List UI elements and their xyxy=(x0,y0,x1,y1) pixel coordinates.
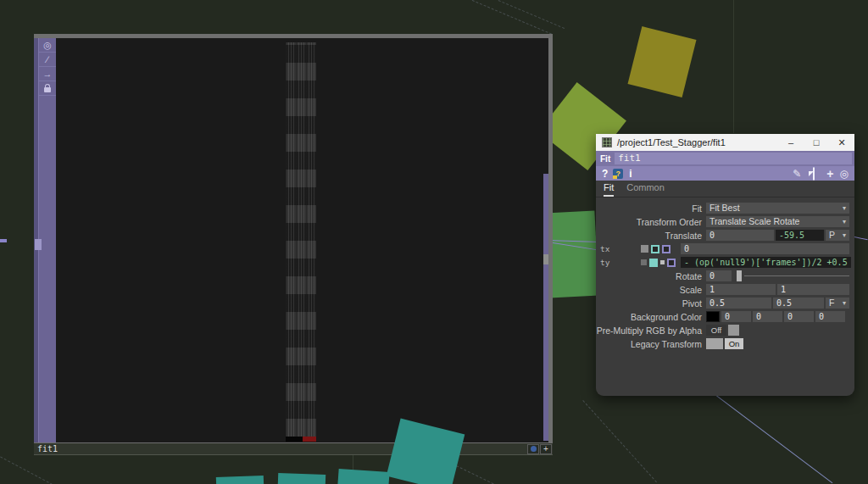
param-row-transform-order: Transform Order Translate Scale Rotate ▾ xyxy=(596,215,852,228)
dialog-title-bar[interactable]: /project1/Test_Stagger/fit1 – □ ✕ xyxy=(596,134,854,151)
chevron-down-icon: ▾ xyxy=(843,216,846,227)
rendered-stagger-texture xyxy=(286,42,316,437)
minimize-button[interactable]: – xyxy=(778,134,804,151)
operator-name-row: Fit fit1 xyxy=(596,151,854,166)
help-icon[interactable]: ? xyxy=(602,169,608,179)
node-green-square[interactable] xyxy=(545,211,598,298)
rotate-value-field[interactable]: 0 xyxy=(706,270,732,281)
node-teal-partial-2[interactable] xyxy=(278,473,326,484)
param-label[interactable]: Fit xyxy=(596,203,706,214)
operator-name-field[interactable]: fit1 xyxy=(615,153,852,164)
ty-expression-mode-icon[interactable] xyxy=(667,259,676,267)
param-row-background-color: Background Color 0 0 0 0 xyxy=(596,310,852,323)
ty-constant-mode-icon[interactable] xyxy=(641,259,647,265)
tx-mode-selector xyxy=(641,245,681,253)
info-icon[interactable]: i xyxy=(629,169,632,179)
wire-dotted-bottom-left xyxy=(0,454,53,484)
tab-common[interactable]: Common xyxy=(626,182,665,197)
bgcolor-g-field[interactable]: 0 xyxy=(753,311,782,322)
legacy-toggle-knob[interactable] xyxy=(706,338,723,349)
param-row-pivot: Pivot 0.5 0.5 F ▾ xyxy=(596,297,852,309)
tx-constant-mode-icon[interactable] xyxy=(641,245,648,253)
param-row-rotate: Rotate 0 xyxy=(596,270,852,282)
tx-export-mode-icon[interactable] xyxy=(651,245,659,253)
parameter-dialog: /project1/Test_Stagger/fit1 – □ ✕ Fit fi… xyxy=(596,134,854,396)
fit-menu-value: Fit Best xyxy=(709,203,740,214)
param-label[interactable]: Legacy Transform xyxy=(596,339,706,349)
legacy-toggle-label[interactable]: On xyxy=(725,338,743,349)
edit-pencil-icon[interactable]: ✎ xyxy=(793,169,801,179)
wire-dotted-teal-cross xyxy=(582,400,657,482)
add-parameter-icon[interactable]: + xyxy=(826,168,833,180)
bgcolor-a-field[interactable]: 0 xyxy=(815,311,845,322)
transform-order-value: Translate Scale Rotate xyxy=(709,216,799,227)
top-viewer-canvas[interactable] xyxy=(56,38,548,442)
param-label[interactable]: Translate xyxy=(596,231,706,241)
chevron-down-icon: ▾ xyxy=(843,203,846,214)
viewer-slash-icon[interactable]: ∕ xyxy=(39,53,56,67)
pivot-x-field[interactable]: 0.5 xyxy=(706,298,771,309)
dialog-icon-row: ? ? i ✎ + ◎ xyxy=(596,166,854,181)
pivot-y-field[interactable]: 0.5 xyxy=(773,298,824,309)
tx-expression-mode-icon[interactable] xyxy=(662,245,670,253)
node-yellow-square[interactable] xyxy=(628,26,697,97)
translate-unit-dropdown[interactable]: P ▾ xyxy=(826,230,849,241)
ty-export-mode-icon[interactable] xyxy=(649,259,658,267)
param-label[interactable]: Scale xyxy=(596,285,706,295)
fit-menu-dropdown[interactable]: Fit Best ▾ xyxy=(706,203,849,214)
rotate-slider-knob[interactable] xyxy=(737,270,742,281)
param-label[interactable]: Transform Order xyxy=(596,217,706,227)
maximize-button[interactable]: □ xyxy=(804,134,829,151)
python-help-icon[interactable]: ? xyxy=(613,169,623,179)
viewer-target-icon[interactable]: ◎ xyxy=(39,38,56,53)
close-button[interactable]: ✕ xyxy=(829,134,854,151)
network-editor-background[interactable]: ◎ ∕ → fit1 + /project1/Te xyxy=(0,0,868,484)
pivot-unit-dropdown[interactable]: F ▾ xyxy=(826,298,849,309)
param-label[interactable]: Rotate xyxy=(596,271,706,281)
lock-icon xyxy=(44,87,51,92)
param-label[interactable]: Pivot xyxy=(596,298,706,309)
ty-keyframe-mode-icon[interactable] xyxy=(660,260,665,264)
chevron-down-icon: ▾ xyxy=(843,298,846,309)
target-icon[interactable]: ◎ xyxy=(840,169,849,179)
pane-status-bar: fit1 + xyxy=(34,442,553,455)
bgcolor-b-field[interactable]: 0 xyxy=(784,311,814,322)
ty-mode-selector xyxy=(641,259,681,267)
rotate-slider[interactable] xyxy=(733,270,849,281)
wire-dotted-top-2 xyxy=(487,0,565,29)
window-icon xyxy=(602,137,612,147)
pane-add-button[interactable]: + xyxy=(540,444,552,454)
pane-border-right[interactable] xyxy=(548,34,553,442)
premultiply-toggle-knob[interactable] xyxy=(728,325,739,336)
grid-line-vertical xyxy=(733,0,734,133)
translate-x-field[interactable]: 0 xyxy=(706,230,774,241)
background-color-swatch[interactable] xyxy=(706,311,720,322)
tx-value-field[interactable]: 0 xyxy=(681,243,849,254)
param-label[interactable]: Background Color xyxy=(596,312,706,322)
wire-purple-left-tick xyxy=(0,239,7,242)
viewer-lock-icon[interactable] xyxy=(39,81,56,96)
premultiply-toggle-label[interactable]: Off xyxy=(706,325,726,336)
viewer-arrow-icon[interactable]: → xyxy=(39,67,56,81)
param-row-scale: Scale 1 1 xyxy=(596,283,852,296)
scale-x-field[interactable]: 1 xyxy=(706,284,776,295)
param-row-ty: ty - (op('null9')['frames'])/2 +0.5 xyxy=(596,256,852,269)
node-teal-partial-3[interactable] xyxy=(337,469,389,484)
node-teal-partial-1[interactable] xyxy=(216,476,264,484)
wire-purple-right-tick xyxy=(854,236,868,240)
parameter-tabs: Fit Common xyxy=(596,181,854,197)
texture-end-red-marker xyxy=(303,437,316,442)
parameter-list: Fit Fit Best ▾ Transform Order Translate… xyxy=(596,197,854,396)
tab-fit[interactable]: Fit xyxy=(604,182,614,197)
param-label[interactable]: Pre-Multiply RGB by Alpha xyxy=(596,325,706,336)
bgcolor-r-field[interactable]: 0 xyxy=(721,311,751,322)
ty-expression-field[interactable]: - (op('null9')['frames'])/2 +0.5 xyxy=(681,257,851,268)
channel-label-tx: tx xyxy=(596,244,641,253)
viewer-scroll-marker[interactable] xyxy=(35,239,42,250)
texture-end-black-marker xyxy=(286,437,303,442)
translate-y-field[interactable]: -59.5 xyxy=(776,230,824,241)
channel-label-ty: ty xyxy=(596,258,641,267)
scale-y-field[interactable]: 1 xyxy=(777,284,849,295)
transform-order-dropdown[interactable]: Translate Scale Rotate ▾ xyxy=(706,216,849,227)
pane-bookmark-button[interactable] xyxy=(527,444,539,454)
